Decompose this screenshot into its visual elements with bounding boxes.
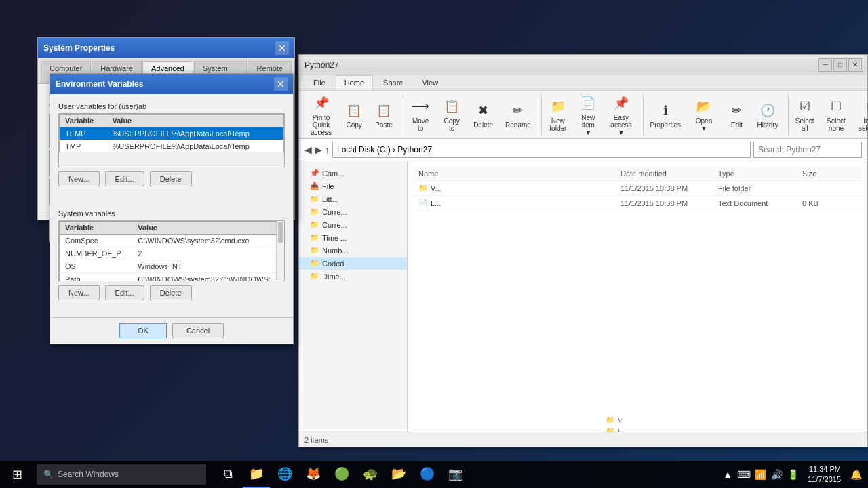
- taskbar-search-box[interactable]: 🔍 Search Windows: [37, 464, 206, 485]
- invert-selection-button[interactable]: ⊞ Invert selection: [854, 95, 868, 134]
- taskbar-chrome[interactable]: 🟢: [328, 461, 355, 488]
- edit-button[interactable]: ✏ Edit: [723, 99, 750, 131]
- table-row[interactable]: NUMBER_OF_P... 2: [60, 247, 284, 260]
- table-row[interactable]: 📁 V... 11/1/2015 10:38 PM File folder: [413, 181, 862, 196]
- fe-close-button[interactable]: ✕: [848, 58, 862, 72]
- select-all-button[interactable]: ☑ Select all: [791, 95, 818, 134]
- user-new-button[interactable]: New...: [58, 171, 100, 186]
- copy-to-button[interactable]: 📋 Copyto: [437, 95, 466, 134]
- properties-button[interactable]: ℹ Properties: [646, 99, 685, 131]
- table-row[interactable]: 📄 L... 11/1/2015 10:38 PM Text Document …: [413, 196, 862, 211]
- rename-button[interactable]: ✏ Rename: [500, 99, 536, 131]
- col-name[interactable]: Name: [418, 169, 618, 178]
- sidebar-item-coded[interactable]: 📁 Coded: [299, 257, 407, 270]
- envvars-close-button[interactable]: ✕: [274, 77, 288, 91]
- address-input[interactable]: Local Disk (C:) › Python27: [332, 142, 751, 158]
- fe-maximize-button[interactable]: □: [833, 58, 847, 72]
- new-folder-button[interactable]: 📁 Newfolder: [545, 95, 572, 134]
- systray-keyboard[interactable]: ⌨: [737, 468, 751, 481]
- sys-new-button[interactable]: New...: [58, 285, 100, 300]
- systray-battery[interactable]: 🔋: [786, 468, 800, 481]
- systray-chevron[interactable]: ▲: [721, 468, 734, 481]
- select-none-button[interactable]: ☐ Select none: [821, 95, 852, 134]
- move-to-button[interactable]: ⟶ Moveto: [406, 95, 435, 134]
- easy-access-button[interactable]: 📌 Easy access ▼: [605, 92, 637, 138]
- easy-access-label: Easy access ▼: [610, 114, 633, 136]
- sidebar-item-litt[interactable]: 📁 Litt...: [299, 192, 407, 205]
- systray-network[interactable]: 📶: [753, 468, 767, 481]
- sidebar-item-cam[interactable]: 📌 Cam...: [299, 167, 407, 180]
- systray-notifications[interactable]: 🔔: [849, 468, 863, 481]
- user-delete-button[interactable]: Delete: [150, 171, 192, 186]
- pin-icon: 📌: [312, 94, 331, 113]
- taskbar-app-folder[interactable]: 📂: [385, 461, 412, 488]
- sidebar-item-dime[interactable]: 📁 Dime...: [299, 270, 407, 283]
- paste-button[interactable]: 📋 Paste: [370, 99, 397, 131]
- pin-shortcut-button[interactable]: 📌 Pin to Quickaccess: [304, 92, 338, 138]
- sys-var-value-4: C:\WINDOWS\system32;C:\WINDOWS;...: [132, 272, 283, 281]
- col-type[interactable]: Type: [718, 169, 800, 178]
- col-date[interactable]: Date modified: [620, 169, 715, 178]
- new-item-button[interactable]: 📄 New item ▼: [574, 92, 602, 138]
- search-input[interactable]: [753, 142, 862, 158]
- history-button[interactable]: 🕐 History: [753, 99, 783, 131]
- sysprops-titlebar: System Properties ✕: [38, 38, 294, 58]
- properties-icon: ℹ: [656, 101, 675, 120]
- open-label: Open ▼: [692, 117, 716, 132]
- table-row[interactable]: ComSpec C:\WINDOWS\system32\cmd.exe: [60, 234, 284, 247]
- start-button[interactable]: ⊞: [0, 461, 34, 488]
- sidebar-item-curre2[interactable]: 📁 Curre...: [299, 218, 407, 231]
- table-row[interactable]: TEMP %USERPROFILE%\AppData\Local\Temp: [60, 127, 284, 140]
- ribbon-tab-file[interactable]: File: [304, 75, 334, 90]
- taskbar-camera[interactable]: 📷: [442, 461, 469, 488]
- sidebar-item-file[interactable]: 📥 File: [299, 180, 407, 192]
- sidebar-item-curre1[interactable]: 📁 Curre...: [299, 205, 407, 218]
- system-variables-table: Variable Value ComSpec C:\WINDOWS\system…: [59, 221, 284, 281]
- sidebar-item-numb[interactable]: 📁 Numb...: [299, 244, 407, 257]
- sys-delete-button[interactable]: Delete: [150, 285, 192, 300]
- ribbon-group-new: 📁 Newfolder 📄 New item ▼ 📌 Easy access ▼: [545, 94, 644, 135]
- fe-minimize-button[interactable]: ─: [818, 58, 832, 72]
- envvars-cancel-button[interactable]: Cancel: [172, 323, 224, 338]
- forward-button[interactable]: ▶: [315, 144, 322, 155]
- taskbar-app-turtle[interactable]: 🐢: [357, 461, 384, 488]
- table-row[interactable]: OS Windows_NT: [60, 260, 284, 272]
- table-row[interactable]: Path C:\WINDOWS\system32;C:\WINDOWS;...: [60, 272, 284, 281]
- sys-edit-button[interactable]: Edit...: [105, 285, 144, 300]
- user-col-variable: Variable: [60, 115, 107, 127]
- col-size[interactable]: Size: [802, 169, 856, 178]
- file-name-1: 📁 V...: [418, 184, 618, 192]
- ribbon-tab-view[interactable]: View: [413, 75, 447, 90]
- status-text: 2 items: [304, 436, 328, 444]
- taskbar-task-view[interactable]: ⧉: [214, 461, 241, 488]
- taskbar-app-blue[interactable]: 🔵: [414, 461, 441, 488]
- curre2-icon: 📁: [310, 220, 319, 229]
- cam-icon: 📌: [310, 169, 319, 178]
- copy-button[interactable]: 📋 Copy: [340, 99, 368, 131]
- file-date-2: 11/1/2015 10:38 PM: [620, 199, 715, 207]
- envvars-ok-button[interactable]: OK: [119, 323, 167, 338]
- up-button[interactable]: ↑: [325, 144, 330, 155]
- back-button[interactable]: ◀: [304, 144, 312, 155]
- sidebar-item-time[interactable]: 📁 Time ...: [299, 231, 407, 244]
- taskbar-clock[interactable]: 11:34 PM 11/7/2015: [802, 464, 846, 485]
- taskbar-file-explorer[interactable]: 📁: [243, 461, 270, 488]
- ribbon-tab-share[interactable]: Share: [374, 75, 412, 90]
- delete-button[interactable]: ✖ Delete: [469, 99, 498, 131]
- taskbar-edge[interactable]: 🌐: [271, 461, 298, 488]
- copy-label: Copy: [346, 121, 361, 129]
- address-bar: ◀ ▶ ↑ Local Disk (C:) › Python27: [299, 139, 867, 161]
- open-button[interactable]: 📂 Open ▼: [688, 95, 721, 134]
- sys-vars-scrollbar[interactable]: [276, 221, 284, 281]
- file-type-2: Text Document: [718, 199, 800, 207]
- taskbar-firefox[interactable]: 🦊: [300, 461, 327, 488]
- select-none-label: Select none: [826, 117, 847, 132]
- systray-volume[interactable]: 🔊: [770, 468, 783, 481]
- user-edit-button[interactable]: Edit...: [105, 171, 144, 186]
- table-row[interactable]: TMP %USERPROFILE%\AppData\Local\Temp: [60, 140, 284, 153]
- ribbon-group-open: ℹ Properties 📂 Open ▼ ✏ Edit 🕐 History: [646, 94, 789, 135]
- sysprops-close-button[interactable]: ✕: [275, 41, 289, 55]
- ribbon-tab-home[interactable]: Home: [336, 75, 373, 90]
- edit-icon: ✏: [727, 101, 746, 120]
- curre1-icon: 📁: [310, 207, 319, 216]
